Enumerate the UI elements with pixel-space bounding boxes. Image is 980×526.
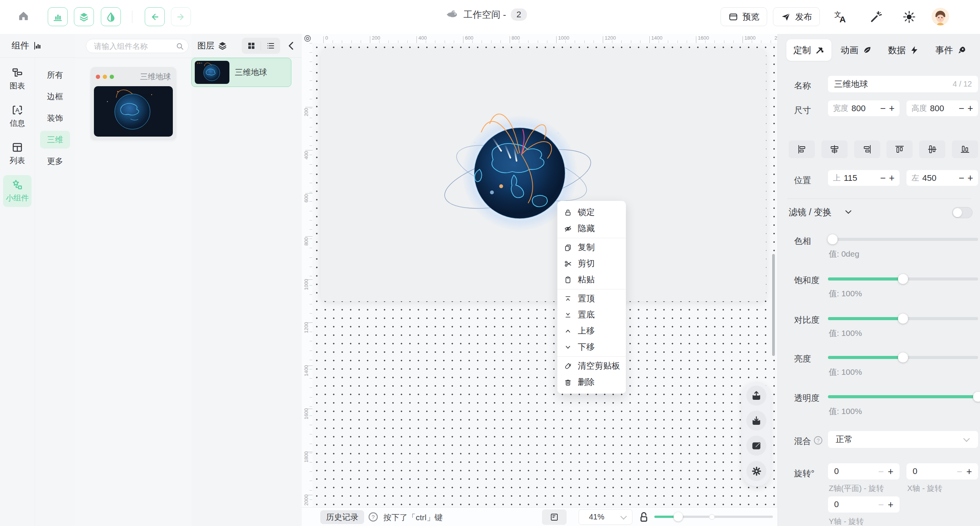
tab-animation[interactable]: 动画 bbox=[834, 39, 879, 61]
history-button[interactable]: 历史记录 bbox=[320, 510, 364, 524]
quick-panel-button[interactable] bbox=[542, 509, 567, 525]
chart-mode-button[interactable] bbox=[48, 7, 68, 26]
menu-item-clear-clipboard[interactable]: 清空剪贴板 bbox=[557, 358, 626, 374]
height-plus-button[interactable]: + bbox=[967, 104, 973, 113]
saturation-slider[interactable] bbox=[828, 277, 978, 281]
name-field[interactable]: 三维地球 4 / 12 bbox=[828, 76, 978, 92]
position-left-stepper[interactable]: 左 450 − + bbox=[906, 170, 978, 186]
rail-item-charts[interactable]: 图表 bbox=[3, 63, 32, 95]
preview-button[interactable]: 预览 bbox=[721, 7, 767, 26]
blend-select[interactable]: 正常 bbox=[828, 431, 978, 448]
align-bottom-button[interactable] bbox=[952, 140, 978, 158]
left-minus-button[interactable]: − bbox=[959, 173, 965, 183]
menu-item-send-to-bottom[interactable]: 置底 bbox=[557, 307, 626, 323]
width-minus-button[interactable]: − bbox=[880, 104, 886, 113]
category-border[interactable]: 边框 bbox=[40, 88, 70, 105]
menu-item-delete[interactable]: 删除 bbox=[557, 374, 626, 390]
ruler-origin-icon[interactable] bbox=[303, 34, 313, 43]
layers-mode-button[interactable] bbox=[74, 7, 94, 26]
help-icon[interactable]: ? bbox=[368, 512, 378, 522]
menu-item-hide[interactable]: 隐藏 bbox=[557, 220, 626, 237]
chevron-down-icon[interactable] bbox=[844, 208, 853, 216]
category-3d[interactable]: 三维 bbox=[40, 131, 70, 149]
category-more[interactable]: 更多 bbox=[40, 152, 70, 170]
menu-item-paste[interactable]: 粘贴 bbox=[557, 272, 626, 288]
rail-item-list[interactable]: 列表 bbox=[3, 138, 32, 170]
menu-item-copy[interactable]: 复制 bbox=[557, 239, 626, 255]
left-plus-button[interactable]: + bbox=[967, 173, 973, 183]
search-input[interactable] bbox=[93, 40, 174, 52]
opacity-slider[interactable] bbox=[828, 395, 978, 398]
menu-item-move-down[interactable]: 下移 bbox=[557, 339, 626, 355]
brightness-slider[interactable] bbox=[828, 356, 978, 359]
align-middle-vertical-button[interactable] bbox=[919, 140, 945, 158]
rotate-z-plus-button[interactable]: + bbox=[888, 467, 893, 476]
top-plus-button[interactable]: + bbox=[889, 173, 895, 183]
rotate-z-stepper[interactable]: 0 − + bbox=[828, 463, 900, 479]
edit-button[interactable] bbox=[746, 436, 766, 456]
theme-sun-icon[interactable] bbox=[902, 10, 916, 24]
saturation-slider-handle[interactable] bbox=[898, 274, 908, 284]
rail-item-widgets[interactable]: 小组件 bbox=[3, 175, 32, 207]
hue-slider[interactable] bbox=[828, 238, 978, 241]
tab-data[interactable]: 数据 bbox=[881, 39, 926, 61]
canvas-area[interactable]: 0 200 400 600 800 1000 1200 1400 1600 18… bbox=[302, 34, 778, 507]
align-right-button[interactable] bbox=[854, 140, 880, 158]
avatar[interactable] bbox=[932, 8, 949, 25]
rotate-z-minus-button[interactable]: − bbox=[878, 467, 884, 476]
menu-item-cut[interactable]: 剪切 bbox=[557, 255, 626, 272]
export-button[interactable] bbox=[746, 386, 766, 406]
rotate-x-plus-button[interactable]: + bbox=[966, 467, 972, 476]
rotate-x-minus-button[interactable]: − bbox=[957, 467, 963, 476]
publish-button[interactable]: 发布 bbox=[773, 7, 820, 26]
align-top-button[interactable] bbox=[886, 140, 913, 158]
menu-item-lock[interactable]: 锁定 bbox=[557, 204, 626, 220]
rotate-y-minus-button[interactable]: − bbox=[878, 500, 884, 509]
canvas-scrollbar[interactable] bbox=[772, 254, 775, 356]
zoom-select[interactable]: 41% bbox=[579, 509, 632, 525]
height-minus-button[interactable]: − bbox=[959, 104, 965, 113]
hue-slider-handle[interactable] bbox=[828, 234, 838, 244]
unlock-icon[interactable] bbox=[637, 511, 650, 523]
brightness-slider-handle[interactable] bbox=[898, 352, 908, 362]
top-minus-button[interactable]: − bbox=[880, 173, 886, 183]
tab-customize[interactable]: 定制 bbox=[786, 39, 831, 61]
search-icon[interactable] bbox=[176, 42, 184, 51]
menu-item-move-up[interactable]: 上移 bbox=[557, 323, 626, 339]
settings-gear-icon[interactable] bbox=[746, 461, 766, 481]
contrast-slider[interactable] bbox=[828, 317, 978, 320]
contrast-slider-handle[interactable] bbox=[898, 314, 908, 324]
opacity-slider-handle[interactable] bbox=[973, 392, 980, 402]
tab-events[interactable]: 事件 bbox=[928, 39, 973, 61]
align-left-button[interactable] bbox=[789, 140, 815, 158]
filter-toggle[interactable] bbox=[952, 207, 973, 218]
magic-wand-icon[interactable] bbox=[869, 10, 883, 24]
rotate-y-plus-button[interactable]: + bbox=[888, 500, 893, 509]
menu-item-bring-to-top[interactable]: 置顶 bbox=[557, 291, 626, 307]
zoom-slider[interactable] bbox=[654, 516, 773, 518]
width-stepper[interactable]: 宽度 800 − + bbox=[828, 100, 900, 116]
language-icon[interactable]: 文A bbox=[834, 10, 848, 24]
component-card-3d-earth[interactable]: 三维地球 bbox=[90, 67, 176, 140]
rail-item-info[interactable]: A 信息 bbox=[3, 100, 32, 132]
rotate-x-stepper[interactable]: 0 − + bbox=[906, 463, 978, 479]
width-plus-button[interactable]: + bbox=[889, 104, 895, 113]
category-decoration[interactable]: 装饰 bbox=[40, 109, 70, 127]
redo-button[interactable] bbox=[171, 7, 191, 26]
collapse-panel-icon[interactable] bbox=[286, 41, 296, 51]
import-button[interactable] bbox=[746, 411, 766, 431]
zoom-slider-handle[interactable] bbox=[674, 512, 683, 521]
rotate-y-stepper[interactable]: 0 − + bbox=[828, 496, 900, 513]
filter-mode-button[interactable] bbox=[101, 7, 121, 26]
workspace-number-badge[interactable]: 2 bbox=[511, 8, 527, 21]
layer-item-3d-earth[interactable]: 三维地球 bbox=[191, 58, 291, 87]
home-icon[interactable] bbox=[18, 10, 29, 22]
category-all[interactable]: 所有 bbox=[40, 66, 70, 84]
height-stepper[interactable]: 高度 800 − + bbox=[906, 100, 978, 116]
align-center-horizontal-button[interactable] bbox=[821, 140, 848, 158]
layers-grid-view-button[interactable] bbox=[242, 38, 261, 54]
position-top-stepper[interactable]: 上 115 − + bbox=[828, 170, 900, 186]
layers-list-view-button[interactable] bbox=[261, 38, 280, 54]
help-icon[interactable]: ? bbox=[813, 436, 823, 445]
undo-button[interactable] bbox=[145, 7, 165, 26]
